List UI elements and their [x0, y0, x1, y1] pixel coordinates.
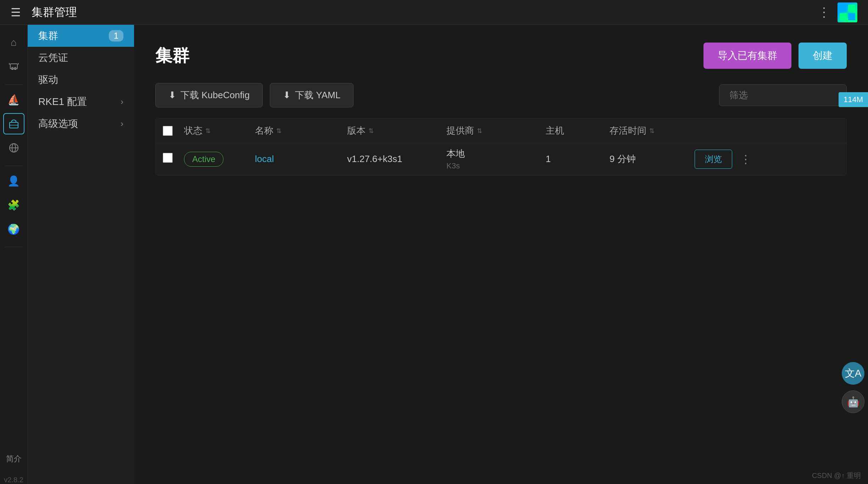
row-hosts-cell: 1 — [546, 154, 610, 165]
row-name-cell: local — [255, 154, 347, 165]
sidebar-item-home[interactable]: ⌂ — [3, 32, 24, 53]
nav-label-advanced: 高级选项 — [38, 117, 78, 130]
uptime-sort-icon[interactable]: ⇅ — [649, 127, 655, 135]
import-cluster-button[interactable]: 导入已有集群 — [703, 43, 791, 69]
sidebar-item-cattle[interactable] — [3, 56, 24, 77]
table-row: Active local v1.27.6+k3s1 本地 K3s 1 9 分钟 … — [156, 143, 846, 175]
provider-sort-icon[interactable]: ⇅ — [477, 127, 482, 135]
header-status: 状态 ⇅ — [184, 124, 255, 137]
header-uptime: 存活时间 ⇅ — [610, 124, 695, 137]
row-actions-cell: 浏览 ⋮ — [695, 150, 758, 169]
nav-item-cluster[interactable]: 集群 1 — [28, 25, 134, 47]
provider-sub: K3s — [446, 161, 546, 171]
topbar: ☰ 集群管理 ⋮ — [0, 0, 868, 25]
table-header: 状态 ⇅ 名称 ⇅ 版本 ⇅ 提供商 ⇅ 主机 存活时间 ⇅ — [156, 118, 846, 143]
download-kubeconfig-icon: ⬇ — [168, 90, 176, 101]
row-provider-cell: 本地 K3s — [446, 148, 546, 171]
row-version-cell: v1.27.6+k3s1 — [347, 154, 446, 165]
download-kubeconfig-button[interactable]: ⬇ 下载 KubeConfig — [155, 83, 263, 107]
row-checkbox-cell — [163, 153, 184, 165]
page-title: 集群 — [155, 44, 189, 67]
sidebar-item-network[interactable] — [3, 137, 24, 158]
filter-input[interactable] — [719, 84, 847, 106]
sidebar-item-sail[interactable]: ⛵ — [3, 89, 24, 110]
header-buttons: 导入已有集群 创建 — [703, 43, 847, 69]
topbar-right: ⋮ — [818, 2, 857, 22]
sidebar-item-globe[interactable]: 🌍 — [3, 218, 24, 240]
toolbar-left: ⬇ 下载 KubeConfig ⬇ 下载 YAML — [155, 83, 354, 107]
cluster-link[interactable]: local — [255, 154, 274, 164]
icon-sidebar: ⌂ ⛵ 👤 🧩 🌍 简介 v2.8.2 — [0, 25, 28, 484]
divider-3 — [5, 247, 23, 247]
watermark: CSDN @↑ 重明 — [812, 471, 861, 480]
create-cluster-button[interactable]: 创建 — [799, 43, 847, 69]
row-checkbox[interactable] — [163, 153, 173, 163]
provider-main: 本地 — [446, 148, 546, 160]
nav-label-cluster: 集群 — [38, 29, 58, 43]
version-sort-icon[interactable]: ⇅ — [368, 127, 374, 135]
row-status-cell: Active — [184, 152, 255, 167]
sidebar-item-user[interactable]: 👤 — [3, 170, 24, 191]
nav-item-driver[interactable]: 驱动 — [28, 69, 134, 91]
page-header: 集群 导入已有集群 创建 — [155, 43, 847, 69]
select-all-checkbox[interactable] — [163, 126, 173, 136]
divider-2 — [5, 166, 23, 166]
download-yaml-label: 下载 YAML — [295, 89, 340, 101]
translate-button[interactable]: 文A — [842, 362, 864, 385]
version-label: v2.8.2 — [4, 476, 23, 484]
sidebar-item-intro[interactable]: 简介 — [3, 448, 24, 469]
header-hosts: 主机 — [546, 124, 610, 137]
sidebar-item-extensions[interactable]: 🧩 — [3, 194, 24, 216]
divider-1 — [5, 84, 23, 85]
download-kubeconfig-label: 下载 KubeConfig — [180, 89, 250, 101]
cluster-count-badge: 1 — [109, 30, 123, 41]
nav-label-rke1: RKE1 配置 — [38, 95, 87, 109]
nav-label-credentials: 云凭证 — [38, 51, 68, 65]
robot-icon: 🤖 — [847, 396, 859, 408]
nav-item-advanced[interactable]: 高级选项 › — [28, 113, 134, 135]
page-header-title: 集群管理 — [32, 5, 77, 20]
download-yaml-button[interactable]: ⬇ 下载 YAML — [270, 83, 354, 107]
left-nav: 集群 1 云凭证 驱动 RKE1 配置 › 高级选项 › — [28, 25, 134, 484]
cluster-table: 状态 ⇅ 名称 ⇅ 版本 ⇅ 提供商 ⇅ 主机 存活时间 ⇅ — [155, 118, 847, 176]
advanced-chevron-icon: › — [121, 119, 123, 129]
nav-label-driver: 驱动 — [38, 73, 58, 87]
rke1-chevron-icon: › — [121, 97, 123, 107]
sidebar-item-cluster[interactable] — [3, 113, 24, 134]
robot-button[interactable]: 🤖 — [842, 390, 864, 413]
header-name: 名称 ⇅ — [255, 124, 347, 137]
nav-item-rke1[interactable]: RKE1 配置 › — [28, 91, 134, 113]
row-menu-button[interactable]: ⋮ — [736, 151, 756, 167]
name-sort-icon[interactable]: ⇅ — [276, 127, 282, 135]
status-sort-icon[interactable]: ⇅ — [205, 127, 211, 135]
status-badge: Active — [184, 152, 223, 167]
memory-badge[interactable]: 114M — [839, 92, 868, 107]
toolbar: ⬇ 下载 KubeConfig ⬇ 下载 YAML — [155, 83, 847, 107]
browse-button[interactable]: 浏览 — [695, 150, 732, 169]
topbar-more-icon[interactable]: ⋮ — [818, 5, 830, 20]
row-uptime-cell: 9 分钟 — [610, 153, 695, 165]
nav-item-credentials[interactable]: 云凭证 — [28, 47, 134, 69]
header-provider: 提供商 ⇅ — [446, 124, 546, 137]
avatar[interactable] — [838, 2, 857, 22]
translate-icon: 文A — [845, 367, 862, 380]
hamburger-icon[interactable]: ☰ — [11, 6, 21, 19]
main-content: 集群 导入已有集群 创建 ⬇ 下载 KubeConfig ⬇ 下载 YAML 状… — [134, 25, 868, 484]
header-version: 版本 ⇅ — [347, 124, 446, 137]
download-yaml-icon: ⬇ — [283, 90, 291, 101]
header-checkbox-cell — [163, 126, 184, 136]
